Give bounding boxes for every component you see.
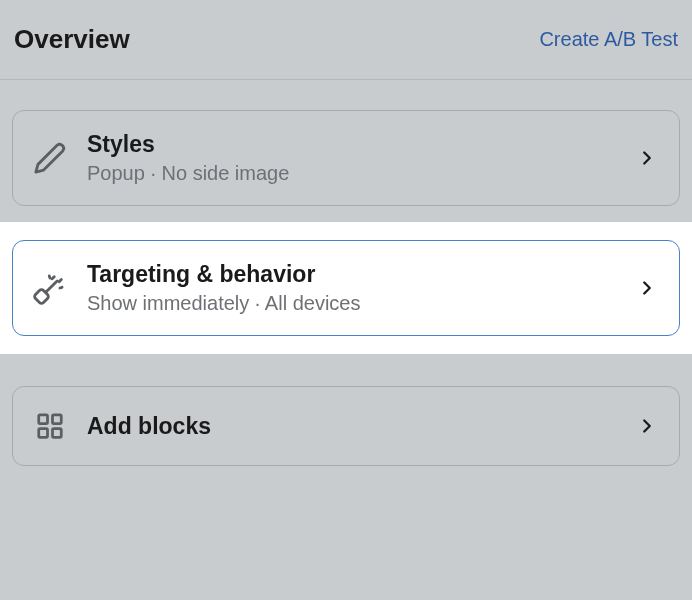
targeting-card-title: Targeting & behavior [87, 261, 633, 288]
page-title: Overview [14, 24, 130, 55]
create-ab-test-link[interactable]: Create A/B Test [539, 28, 678, 51]
targeting-card-subtitle: Show immediately · All devices [87, 292, 633, 315]
add-blocks-card-body: Add blocks [87, 413, 633, 440]
svg-rect-1 [39, 415, 48, 424]
page-header: Overview Create A/B Test [0, 0, 692, 80]
spacer [12, 354, 680, 386]
add-blocks-card-title: Add blocks [87, 413, 633, 440]
targeting-card-body: Targeting & behavior Show immediately · … [87, 261, 633, 315]
targeting-card[interactable]: Targeting & behavior Show immediately · … [12, 240, 680, 336]
svg-rect-2 [53, 415, 62, 424]
blocks-icon [31, 407, 69, 445]
svg-rect-3 [53, 429, 62, 438]
highlight-wrapper: Targeting & behavior Show immediately · … [0, 222, 692, 354]
chevron-right-icon [633, 274, 661, 302]
cards-container: Styles Popup · No side image Ta [0, 80, 692, 466]
styles-card-subtitle: Popup · No side image [87, 162, 633, 185]
pencil-icon [31, 139, 69, 177]
chevron-right-icon [633, 144, 661, 172]
add-blocks-card[interactable]: Add blocks [12, 386, 680, 466]
chevron-right-icon [633, 412, 661, 440]
styles-card[interactable]: Styles Popup · No side image [12, 110, 680, 206]
styles-card-title: Styles [87, 131, 633, 158]
magic-wand-icon [31, 269, 69, 307]
svg-rect-4 [39, 429, 48, 438]
styles-card-body: Styles Popup · No side image [87, 131, 633, 185]
